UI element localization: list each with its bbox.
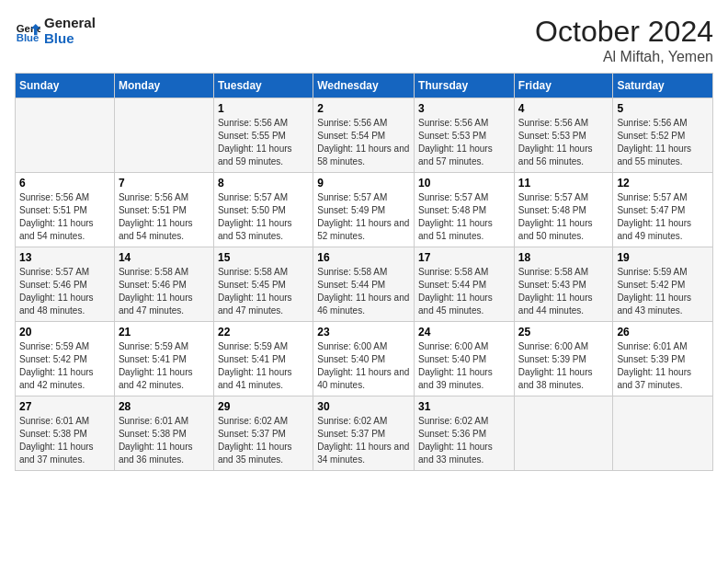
logo-icon: General Blue	[15, 17, 40, 43]
calendar-cell: 19Sunrise: 5:59 AM Sunset: 5:42 PM Dayli…	[613, 247, 713, 322]
page-container: General Blue General Blue October 2024 A…	[0, 0, 728, 478]
calendar-cell: 15Sunrise: 5:58 AM Sunset: 5:45 PM Dayli…	[213, 247, 313, 322]
calendar-cell: 30Sunrise: 6:02 AM Sunset: 5:37 PM Dayli…	[313, 396, 415, 471]
day-info: Sunrise: 5:56 AM Sunset: 5:53 PM Dayligh…	[518, 117, 609, 168]
day-info: Sunrise: 6:02 AM Sunset: 5:37 PM Dayligh…	[317, 415, 410, 466]
day-number: 5	[617, 102, 709, 115]
day-info: Sunrise: 5:59 AM Sunset: 5:42 PM Dayligh…	[617, 266, 709, 317]
calendar-cell: 10Sunrise: 5:57 AM Sunset: 5:48 PM Dayli…	[415, 173, 515, 247]
calendar-cell	[613, 396, 713, 471]
day-number: 20	[19, 326, 110, 339]
calendar-cell: 9Sunrise: 5:57 AM Sunset: 5:49 PM Daylig…	[313, 173, 415, 247]
day-info: Sunrise: 5:57 AM Sunset: 5:48 PM Dayligh…	[518, 191, 609, 243]
calendar-cell	[514, 396, 613, 471]
day-info: Sunrise: 5:59 AM Sunset: 5:41 PM Dayligh…	[218, 340, 309, 392]
day-info: Sunrise: 6:01 AM Sunset: 5:38 PM Dayligh…	[119, 415, 210, 466]
day-info: Sunrise: 5:57 AM Sunset: 5:47 PM Dayligh…	[617, 191, 709, 243]
day-number: 8	[218, 177, 309, 190]
day-number: 10	[418, 177, 510, 190]
calendar-cell: 22Sunrise: 5:59 AM Sunset: 5:41 PM Dayli…	[213, 322, 313, 396]
weekday-header: Monday	[114, 74, 213, 98]
calendar-cell: 23Sunrise: 6:00 AM Sunset: 5:40 PM Dayli…	[313, 322, 415, 396]
calendar-week-row: 20Sunrise: 5:59 AM Sunset: 5:42 PM Dayli…	[16, 322, 713, 396]
day-info: Sunrise: 5:58 AM Sunset: 5:44 PM Dayligh…	[317, 266, 410, 317]
calendar-cell: 31Sunrise: 6:02 AM Sunset: 5:36 PM Dayli…	[415, 396, 515, 471]
day-info: Sunrise: 5:56 AM Sunset: 5:53 PM Dayligh…	[418, 117, 510, 168]
calendar-week-row: 1Sunrise: 5:56 AM Sunset: 5:55 PM Daylig…	[16, 98, 713, 173]
calendar-cell: 12Sunrise: 5:57 AM Sunset: 5:47 PM Dayli…	[613, 173, 713, 247]
day-number: 16	[317, 251, 410, 264]
day-info: Sunrise: 5:56 AM Sunset: 5:54 PM Dayligh…	[317, 117, 410, 168]
calendar-table: SundayMondayTuesdayWednesdayThursdayFrid…	[15, 73, 713, 471]
day-info: Sunrise: 5:56 AM Sunset: 5:51 PM Dayligh…	[19, 191, 110, 243]
calendar-cell: 20Sunrise: 5:59 AM Sunset: 5:42 PM Dayli…	[16, 322, 115, 396]
weekday-header: Tuesday	[213, 74, 313, 98]
calendar-cell: 1Sunrise: 5:56 AM Sunset: 5:55 PM Daylig…	[213, 98, 313, 173]
calendar-cell: 11Sunrise: 5:57 AM Sunset: 5:48 PM Dayli…	[514, 173, 613, 247]
weekday-header: Friday	[514, 74, 613, 98]
day-number: 27	[19, 400, 110, 413]
calendar-cell: 6Sunrise: 5:56 AM Sunset: 5:51 PM Daylig…	[16, 173, 115, 247]
day-info: Sunrise: 5:57 AM Sunset: 5:50 PM Dayligh…	[218, 191, 309, 243]
day-number: 31	[418, 400, 510, 413]
title-block: October 2024 Al Miftah, Yemen	[535, 15, 713, 65]
day-number: 12	[617, 177, 709, 190]
day-number: 13	[19, 251, 110, 264]
day-number: 21	[119, 326, 210, 339]
day-info: Sunrise: 6:02 AM Sunset: 5:37 PM Dayligh…	[218, 415, 309, 466]
day-info: Sunrise: 6:00 AM Sunset: 5:39 PM Dayligh…	[518, 340, 609, 392]
day-number: 14	[119, 251, 210, 264]
day-number: 19	[617, 251, 709, 264]
day-info: Sunrise: 5:58 AM Sunset: 5:45 PM Dayligh…	[218, 266, 309, 317]
day-number: 11	[518, 177, 609, 190]
day-info: Sunrise: 5:56 AM Sunset: 5:52 PM Dayligh…	[617, 117, 709, 168]
day-info: Sunrise: 6:01 AM Sunset: 5:38 PM Dayligh…	[19, 415, 110, 466]
calendar-week-row: 6Sunrise: 5:56 AM Sunset: 5:51 PM Daylig…	[16, 173, 713, 247]
calendar-cell: 2Sunrise: 5:56 AM Sunset: 5:54 PM Daylig…	[313, 98, 415, 173]
day-info: Sunrise: 5:59 AM Sunset: 5:41 PM Dayligh…	[119, 340, 210, 392]
calendar-cell: 24Sunrise: 6:00 AM Sunset: 5:40 PM Dayli…	[415, 322, 515, 396]
day-info: Sunrise: 5:57 AM Sunset: 5:49 PM Dayligh…	[317, 191, 410, 243]
day-number: 28	[119, 400, 210, 413]
calendar-cell: 8Sunrise: 5:57 AM Sunset: 5:50 PM Daylig…	[213, 173, 313, 247]
calendar-cell: 28Sunrise: 6:01 AM Sunset: 5:38 PM Dayli…	[114, 396, 213, 471]
calendar-week-row: 27Sunrise: 6:01 AM Sunset: 5:38 PM Dayli…	[16, 396, 713, 471]
day-number: 30	[317, 400, 410, 413]
day-info: Sunrise: 6:00 AM Sunset: 5:40 PM Dayligh…	[418, 340, 510, 392]
day-number: 26	[617, 326, 709, 339]
calendar-header-row: SundayMondayTuesdayWednesdayThursdayFrid…	[16, 74, 713, 98]
calendar-cell: 17Sunrise: 5:58 AM Sunset: 5:44 PM Dayli…	[415, 247, 515, 322]
calendar-cell: 26Sunrise: 6:01 AM Sunset: 5:39 PM Dayli…	[613, 322, 713, 396]
weekday-header: Wednesday	[313, 74, 415, 98]
day-info: Sunrise: 5:58 AM Sunset: 5:46 PM Dayligh…	[119, 266, 210, 317]
day-number: 25	[518, 326, 609, 339]
calendar-cell	[16, 98, 115, 173]
calendar-cell: 14Sunrise: 5:58 AM Sunset: 5:46 PM Dayli…	[114, 247, 213, 322]
logo: General Blue General Blue	[15, 15, 96, 47]
calendar-cell	[114, 98, 213, 173]
month-title: October 2024	[535, 15, 713, 49]
calendar-cell: 29Sunrise: 6:02 AM Sunset: 5:37 PM Dayli…	[213, 396, 313, 471]
day-number: 15	[218, 251, 309, 264]
day-info: Sunrise: 6:00 AM Sunset: 5:40 PM Dayligh…	[317, 340, 410, 392]
day-number: 7	[119, 177, 210, 190]
logo-general: General	[44, 15, 96, 30]
day-number: 9	[317, 177, 410, 190]
day-info: Sunrise: 5:58 AM Sunset: 5:43 PM Dayligh…	[518, 266, 609, 317]
calendar-week-row: 13Sunrise: 5:57 AM Sunset: 5:46 PM Dayli…	[16, 247, 713, 322]
calendar-cell: 5Sunrise: 5:56 AM Sunset: 5:52 PM Daylig…	[613, 98, 713, 173]
location-title: Al Miftah, Yemen	[535, 49, 713, 65]
day-number: 4	[518, 102, 609, 115]
day-number: 24	[418, 326, 510, 339]
day-number: 23	[317, 326, 410, 339]
day-number: 18	[518, 251, 609, 264]
day-info: Sunrise: 5:58 AM Sunset: 5:44 PM Dayligh…	[418, 266, 510, 317]
calendar-cell: 3Sunrise: 5:56 AM Sunset: 5:53 PM Daylig…	[415, 98, 515, 173]
weekday-header: Sunday	[16, 74, 115, 98]
day-number: 17	[418, 251, 510, 264]
weekday-header: Saturday	[613, 74, 713, 98]
day-info: Sunrise: 5:57 AM Sunset: 5:48 PM Dayligh…	[418, 191, 510, 243]
logo-blue: Blue	[44, 30, 96, 46]
day-number: 3	[418, 102, 510, 115]
calendar-cell: 18Sunrise: 5:58 AM Sunset: 5:43 PM Dayli…	[514, 247, 613, 322]
